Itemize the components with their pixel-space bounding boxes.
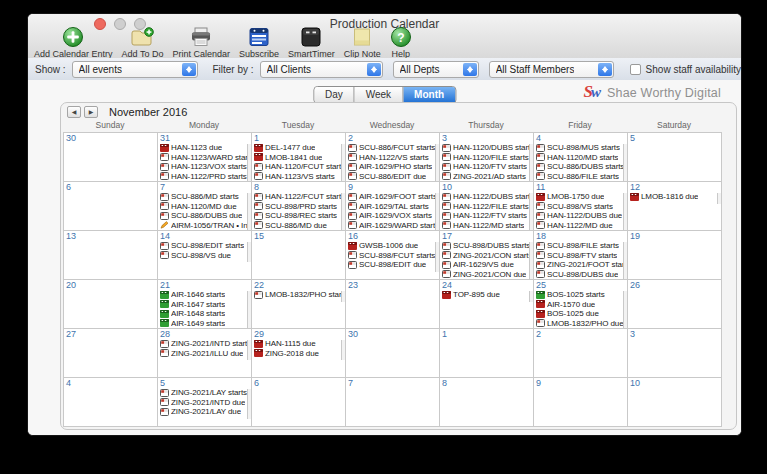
calendar-event[interactable]: ZING-2021/FOOT starts <box>534 260 627 270</box>
view-tab-week[interactable]: Week <box>354 87 402 103</box>
day-cell[interactable]: 28ZING-2021/INTD startsZING-2021/ILLU du… <box>158 329 252 378</box>
cell-scrollbar[interactable] <box>717 193 721 204</box>
calendar-event[interactable]: HAN-1122/FCUT starts <box>252 192 345 202</box>
day-cell[interactable]: 3HAN-1120/DUBS startsHAN-1120/FILE start… <box>440 133 534 182</box>
calendar-event[interactable]: HAN-1122/FILE starts <box>440 202 533 212</box>
calendar-event[interactable]: SCU-898/PRD starts <box>252 202 345 212</box>
day-cell[interactable]: 31HAN-1123 dueHAN-1123/WARD startsHAN-11… <box>158 133 252 182</box>
calendar-event[interactable]: AIR-1629/TAL starts <box>346 202 439 212</box>
prev-month-button[interactable]: ◀ <box>67 106 81 118</box>
day-cell[interactable]: 12LMOB-1816 due <box>628 182 722 231</box>
cell-scrollbar[interactable] <box>247 193 251 231</box>
day-cell[interactable]: 11LMOB-1750 dueSCU-898/VS startsHAN-1122… <box>534 182 628 231</box>
calendar-event[interactable]: AIRM-1056/TRAN • Internal <box>158 221 251 231</box>
day-cell[interactable]: 5ZING-2021/LAY startsZING-2021/INTD dueZ… <box>158 378 252 427</box>
calendar-event[interactable]: LMOB-1816 due <box>628 192 721 202</box>
cell-scrollbar[interactable] <box>247 389 251 419</box>
calendar-event[interactable]: ZING-2021/LAY starts <box>158 388 251 398</box>
calendar-event[interactable]: ZING-2021/AD starts <box>440 172 533 182</box>
day-cell[interactable]: 7SCU-886/MD startsHAN-1120/MD dueSCU-886… <box>158 182 252 231</box>
cell-scrollbar[interactable] <box>529 144 533 182</box>
calendar-event[interactable]: SCU-898/FTV starts <box>534 251 627 261</box>
clients-dropdown[interactable]: All Clients <box>260 61 383 78</box>
calendar-event[interactable]: HAN-1122/MD due <box>534 221 627 231</box>
calendar-event[interactable]: AIR-1647 starts <box>158 300 251 310</box>
calendar-event[interactable]: HAN-1122/VS starts <box>346 153 439 163</box>
day-cell[interactable]: 23 <box>346 280 440 329</box>
day-cell[interactable]: 22LMOB-1832/PHO starts <box>252 280 346 329</box>
depts-dropdown[interactable]: All Depts <box>393 61 479 78</box>
calendar-event[interactable]: AIR-1649 starts <box>158 319 251 329</box>
day-cell[interactable]: 30 <box>64 133 158 182</box>
calendar-event[interactable]: LMOB-1832/PHO starts <box>252 290 345 300</box>
cell-scrollbar[interactable] <box>435 144 439 182</box>
cell-scrollbar[interactable] <box>341 144 345 182</box>
cell-scrollbar[interactable] <box>529 291 533 302</box>
toolbar-item-help[interactable]: ?Help <box>390 26 412 59</box>
calendar-event[interactable]: GWSB-1006 due <box>346 241 439 251</box>
calendar-event[interactable]: SCU-886/MD starts <box>158 192 251 202</box>
calendar-event[interactable]: HAN-1120/DUBS starts <box>440 143 533 153</box>
cell-scrollbar[interactable] <box>529 193 533 231</box>
cell-scrollbar[interactable] <box>623 144 627 182</box>
show-dropdown[interactable]: All events <box>72 61 199 78</box>
cell-scrollbar[interactable] <box>341 340 345 360</box>
toolbar-item-clip-note[interactable]: Clip Note <box>344 26 381 59</box>
calendar-event[interactable]: HAN-1123 due <box>158 143 251 153</box>
calendar-event[interactable]: HAN-1120/FILE starts <box>440 153 533 163</box>
toolbar-item-subscribe[interactable]: Subscribe <box>239 26 279 59</box>
show-availability-checkbox[interactable] <box>630 64 641 75</box>
cell-scrollbar[interactable] <box>247 291 251 329</box>
day-cell[interactable]: 9 <box>534 378 628 427</box>
day-cell[interactable]: 9AIR-1629/FOOT startsAIR-1629/TAL starts… <box>346 182 440 231</box>
calendar-event[interactable]: LMOB-1841 due <box>252 153 345 163</box>
cell-scrollbar[interactable] <box>529 242 533 280</box>
calendar-event[interactable]: SCU-898/DUBS due <box>534 270 627 280</box>
day-cell[interactable]: 25BOS-1025 startsAIR-1570 dueBOS-1025 du… <box>534 280 628 329</box>
calendar-event[interactable]: HAN-1120/MD starts <box>534 153 627 163</box>
calendar-event[interactable]: ZING-2021/LAY due <box>158 407 251 417</box>
view-tab-month[interactable]: Month <box>402 87 455 103</box>
day-cell[interactable]: 15 <box>252 231 346 280</box>
calendar-event[interactable]: ZING-2021/CON due <box>440 270 533 280</box>
calendar-event[interactable]: AIR-1648 starts <box>158 309 251 319</box>
calendar-event[interactable]: SCU-898/FILE starts <box>534 241 627 251</box>
day-cell[interactable]: 29HAN-1115 dueZING-2018 due <box>252 329 346 378</box>
calendar-event[interactable]: LMOB-1832/PHO due <box>534 319 627 329</box>
day-cell[interactable]: 1 <box>440 329 534 378</box>
calendar-event[interactable]: AIR-1629/PHO starts <box>346 162 439 172</box>
calendar-event[interactable]: DEL-1477 due <box>252 143 345 153</box>
calendar-event[interactable]: HAN-1115 due <box>252 339 345 349</box>
calendar-event[interactable]: SCU-898/EDIT due <box>346 260 439 270</box>
calendar-event[interactable]: HAN-1122/PRD starts <box>158 172 251 182</box>
day-cell[interactable]: 20 <box>64 280 158 329</box>
day-cell[interactable]: 6 <box>252 378 346 427</box>
day-cell[interactable]: 7 <box>346 378 440 427</box>
calendar-event[interactable]: AIR-1570 due <box>534 300 627 310</box>
day-cell[interactable]: 13 <box>64 231 158 280</box>
toolbar-item-print-calendar[interactable]: Print Calendar <box>172 26 230 59</box>
calendar-event[interactable]: ZING-2021/CON starts <box>440 251 533 261</box>
day-cell[interactable]: 21AIR-1646 startsAIR-1647 startsAIR-1648… <box>158 280 252 329</box>
day-cell[interactable]: 2 <box>534 329 628 378</box>
day-cell[interactable]: 18SCU-898/FILE startsSCU-898/FTV startsZ… <box>534 231 628 280</box>
calendar-event[interactable]: SCU-886/MD due <box>252 221 345 231</box>
day-cell[interactable]: 10HAN-1122/DUBS startsHAN-1122/FILE star… <box>440 182 534 231</box>
day-cell[interactable]: 4 <box>64 378 158 427</box>
calendar-event[interactable]: SCU-898/EDIT starts <box>158 241 251 251</box>
calendar-event[interactable]: SCU-886/DUBS starts <box>534 162 627 172</box>
calendar-event[interactable]: ZING-2021/INTD due <box>158 398 251 408</box>
calendar-event[interactable]: SCU-886/FCUT starts <box>346 143 439 153</box>
day-cell[interactable]: 14SCU-898/EDIT startsSCU-898/VS due <box>158 231 252 280</box>
day-cell[interactable]: 4SCU-898/MUS startsHAN-1120/MD startsSCU… <box>534 133 628 182</box>
cell-scrollbar[interactable] <box>247 242 251 262</box>
cell-scrollbar[interactable] <box>247 340 251 360</box>
day-cell[interactable]: 27 <box>64 329 158 378</box>
cell-scrollbar[interactable] <box>435 193 439 231</box>
day-cell[interactable]: 26 <box>628 280 722 329</box>
toolbar-item-smarttimer[interactable]: SmartTimer <box>288 26 335 59</box>
cell-scrollbar[interactable] <box>435 242 439 272</box>
calendar-event[interactable]: AIR-1629/FOOT starts <box>346 192 439 202</box>
calendar-event[interactable]: HAN-1120/FCUT starts <box>252 162 345 172</box>
calendar-event[interactable]: HAN-1123/WARD starts <box>158 153 251 163</box>
